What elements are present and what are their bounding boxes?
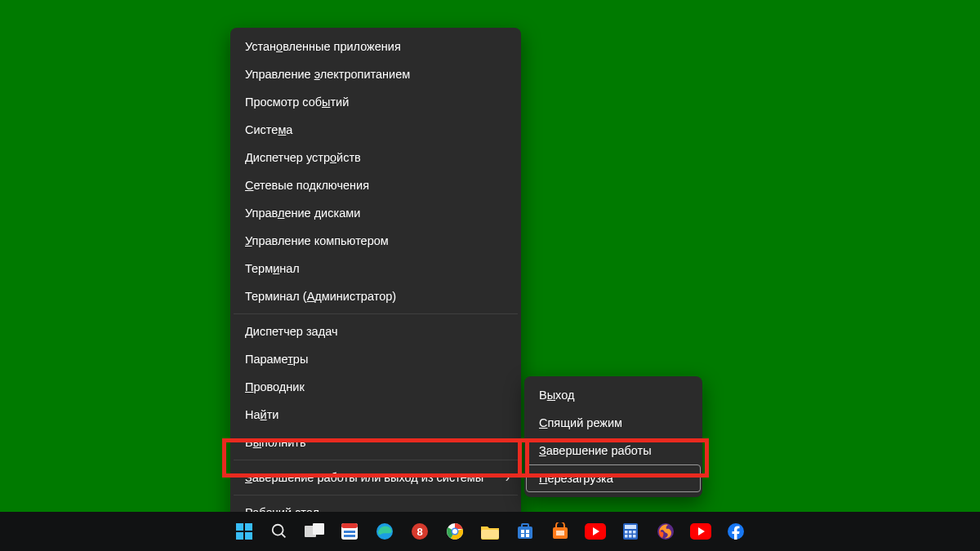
taskbar-youtube1[interactable] <box>581 518 609 545</box>
taskbar-app-red[interactable]: 8 <box>406 518 434 545</box>
menu-item[interactable]: Выполнить <box>232 429 519 456</box>
svg-text:8: 8 <box>416 526 422 538</box>
taskbar-search[interactable] <box>265 518 293 545</box>
taskbar-start[interactable] <box>230 518 258 545</box>
menu-item[interactable]: Терминал (Администратор) <box>232 282 519 310</box>
svg-rect-11 <box>344 535 355 537</box>
menu-item[interactable]: Просмотр событий <box>232 88 519 116</box>
taskbar-app-shop[interactable] <box>546 518 574 545</box>
svg-rect-35 <box>629 535 632 538</box>
svg-rect-7 <box>313 523 324 535</box>
svg-rect-10 <box>344 531 355 533</box>
svg-rect-22 <box>526 530 529 533</box>
svg-rect-32 <box>629 531 632 534</box>
svg-rect-3 <box>245 532 252 540</box>
menu-item[interactable]: Диспетчер задач <box>232 318 519 345</box>
menu-item[interactable]: Терминал <box>232 255 519 282</box>
svg-rect-1 <box>245 523 252 531</box>
taskbar-taskview[interactable] <box>301 518 328 545</box>
menu-item[interactable]: Завершение работы или выход из системы <box>232 464 519 491</box>
svg-rect-9 <box>341 523 358 528</box>
svg-rect-18 <box>481 530 499 539</box>
svg-rect-31 <box>625 531 628 534</box>
winx-context-menu: Установленные приложенияУправление элект… <box>230 28 521 531</box>
svg-rect-34 <box>625 535 628 538</box>
taskbar-chrome[interactable] <box>441 518 469 545</box>
svg-rect-23 <box>521 534 524 537</box>
taskbar: 8 <box>0 512 980 551</box>
shutdown-submenu: ВыходСпящий режимЗавершение работыПереза… <box>524 376 702 497</box>
menu-separator <box>234 495 518 495</box>
svg-point-17 <box>452 529 457 534</box>
taskbar-facebook[interactable] <box>722 518 750 545</box>
menu-item[interactable]: Управление электропитанием <box>232 60 519 88</box>
submenu-item[interactable]: Выход <box>526 381 701 409</box>
svg-rect-0 <box>236 523 243 531</box>
menu-item[interactable]: Установленные приложения <box>232 33 519 60</box>
svg-point-4 <box>273 525 283 535</box>
svg-rect-21 <box>521 530 524 533</box>
taskbar-edge[interactable] <box>371 518 399 545</box>
taskbar-firefox[interactable] <box>652 518 679 545</box>
svg-rect-20 <box>522 524 528 528</box>
menu-item[interactable]: Параметры <box>232 345 519 373</box>
svg-line-5 <box>282 534 286 538</box>
menu-item[interactable]: Проводник <box>232 373 519 401</box>
submenu-item[interactable]: Спящий режим <box>526 409 701 437</box>
menu-item[interactable]: Управление компьютером <box>232 227 519 255</box>
menu-item[interactable]: Управление дисками <box>232 199 519 227</box>
taskbar-explorer[interactable] <box>476 518 504 545</box>
menu-separator <box>234 313 518 314</box>
taskbar-youtube2[interactable] <box>687 518 715 545</box>
menu-item[interactable]: Найти <box>232 401 519 429</box>
taskbar-store[interactable] <box>511 518 539 545</box>
svg-rect-26 <box>556 531 564 535</box>
taskbar-calc[interactable] <box>617 518 644 545</box>
svg-rect-33 <box>633 531 636 534</box>
menu-item[interactable]: Сетевые подключения <box>232 171 519 199</box>
menu-item[interactable]: Диспетчер устройств <box>232 144 519 171</box>
menu-separator <box>234 460 518 460</box>
submenu-item[interactable]: Перезагрузка <box>526 464 701 492</box>
svg-rect-24 <box>526 534 529 537</box>
svg-rect-30 <box>625 525 636 529</box>
menu-item[interactable]: Система <box>232 116 519 144</box>
taskbar-snip[interactable] <box>336 518 363 545</box>
svg-rect-2 <box>236 532 243 540</box>
svg-rect-36 <box>633 535 636 538</box>
submenu-item[interactable]: Завершение работы <box>526 437 701 464</box>
